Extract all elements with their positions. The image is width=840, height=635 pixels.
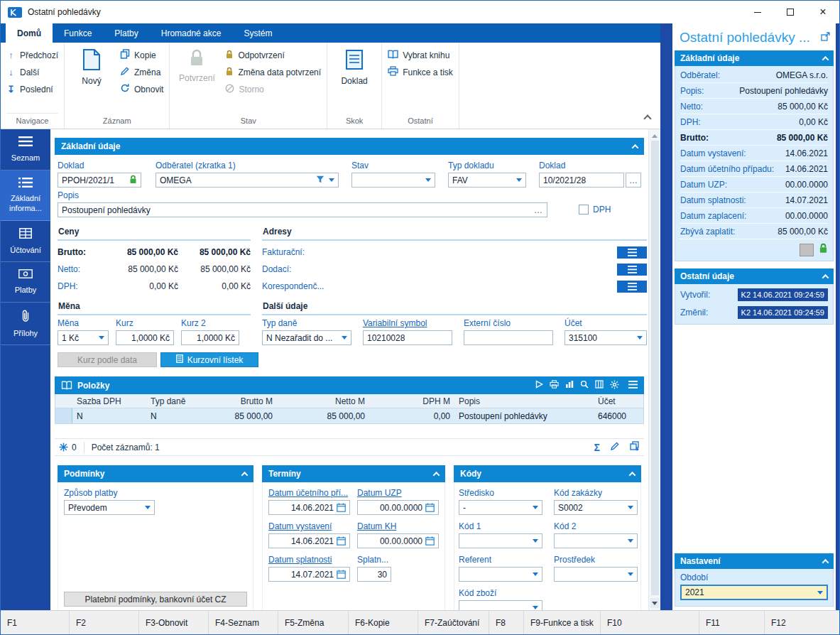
ribbon-collapse-icon[interactable] <box>643 114 651 122</box>
fkey-f10[interactable]: F10 <box>601 611 699 634</box>
sidebar-item-seznam[interactable]: Seznam <box>1 129 50 170</box>
collapse-icon[interactable] <box>241 471 249 478</box>
scroll-up-icon[interactable] <box>652 131 658 138</box>
zpusob-platby-input[interactable]: Převodem <box>64 500 155 515</box>
dropdown-icon[interactable] <box>628 506 633 512</box>
document-jump-button[interactable]: Doklad <box>333 47 376 86</box>
kod1-input[interactable] <box>459 533 542 548</box>
collapse-icon[interactable] <box>629 471 636 478</box>
fkey-f5[interactable]: F5-Změna <box>278 611 349 634</box>
sum-icon[interactable]: Σ <box>594 442 600 453</box>
platebni-podminky-button[interactable]: Platební podmínky, bankovní účet CZ <box>64 592 247 607</box>
fkey-f8[interactable]: F8 <box>489 611 524 634</box>
confirm-button[interactable]: Potvrzení <box>175 47 218 83</box>
calendar-icon[interactable] <box>337 570 346 579</box>
dph-checkbox[interactable] <box>579 205 589 215</box>
datum-vystaveni-input[interactable]: 14.06.2021 <box>268 533 350 548</box>
doklad-input[interactable]: PPOH/2021/1 <box>58 173 141 188</box>
dropdown-icon[interactable] <box>637 336 643 342</box>
dropdown-icon[interactable] <box>99 336 104 342</box>
mena-input[interactable]: 1 Kč <box>58 330 109 345</box>
gear-icon[interactable] <box>610 380 619 391</box>
table-row[interactable]: N N 85 000,00 85 000,00 0,00 Postoupení … <box>55 408 644 424</box>
column-header[interactable]: Účet <box>594 396 643 406</box>
refresh-button[interactable]: Obnovit <box>120 82 163 96</box>
kod-zbozi-input[interactable] <box>459 600 542 610</box>
fkey-f3[interactable]: F3-Obnovit <box>139 611 209 634</box>
chart-icon[interactable] <box>565 380 574 391</box>
print-icon[interactable] <box>550 380 559 391</box>
address-menu-button[interactable] <box>617 246 647 259</box>
search-icon[interactable] <box>580 380 589 391</box>
run-icon[interactable] <box>535 380 543 391</box>
tab-hromadne-akce[interactable]: Hromadné akce <box>150 23 233 43</box>
sidebar-item-prilohy[interactable]: Přílohy <box>1 303 50 346</box>
maximize-button[interactable] <box>774 1 807 23</box>
copy-add-icon[interactable] <box>630 441 640 453</box>
calendar-icon[interactable] <box>425 536 435 546</box>
externi-cislo-input[interactable] <box>464 330 553 345</box>
datum-kh-input[interactable]: 00.00.0000 <box>357 533 439 548</box>
fkey-f9[interactable]: F9-Funkce a tisk <box>524 611 601 634</box>
variabilni-symbol-input[interactable]: 10210028 <box>363 330 452 345</box>
column-header[interactable]: Sazba DPH <box>72 396 146 406</box>
dropdown-icon[interactable] <box>516 178 522 185</box>
column-header[interactable]: Brutto M <box>206 396 277 406</box>
filter-icon[interactable] <box>316 175 324 185</box>
doklad2-input[interactable]: 10/2021/28 <box>539 173 624 188</box>
tab-domu[interactable]: Domů <box>6 23 53 43</box>
change-button[interactable]: Změna <box>120 65 163 79</box>
address-menu-button[interactable] <box>617 264 647 276</box>
collapse-icon[interactable] <box>822 273 829 281</box>
fkey-f4[interactable]: F4-Seznam <box>209 611 278 634</box>
unconfirm-button[interactable]: Odpotvrzení <box>225 48 321 62</box>
dropdown-icon[interactable] <box>628 572 633 579</box>
collapse-icon[interactable] <box>822 558 829 565</box>
row-selector[interactable] <box>55 408 72 423</box>
dropdown-icon[interactable] <box>329 178 334 185</box>
calendar-icon[interactable] <box>425 503 435 512</box>
dropdown-icon[interactable] <box>145 506 151 512</box>
doklad2-browse-button[interactable]: … <box>626 173 641 188</box>
dropdown-icon[interactable] <box>425 178 431 185</box>
dropdown-icon[interactable] <box>342 336 347 342</box>
sidebar-item-uctovani[interactable]: Účtování <box>1 221 50 263</box>
collapse-icon[interactable] <box>632 143 639 151</box>
kurz2-input[interactable]: 1,0000 Kč <box>181 330 239 345</box>
popis-input[interactable]: Postoupení pohledávky … <box>58 202 547 217</box>
sidebar-item-platby[interactable]: Platby <box>1 262 50 303</box>
stav-input[interactable] <box>351 173 435 188</box>
close-button[interactable]: × <box>807 1 839 23</box>
kod2-input[interactable] <box>554 533 638 548</box>
expand-icon[interactable] <box>821 31 830 44</box>
fkey-f2[interactable]: F2 <box>70 611 139 634</box>
previous-button[interactable]: ↑ Předchozí <box>6 48 58 62</box>
kurzovni-listek-button[interactable]: Kurzovní lístek <box>160 352 258 367</box>
collapse-icon[interactable] <box>433 471 440 478</box>
next-button[interactable]: ↓ Další <box>6 65 58 79</box>
splatnost-input[interactable]: 30 <box>357 567 391 582</box>
collapse-icon[interactable] <box>822 55 829 63</box>
sidebar-item-zakladni-informace[interactable]: Základní informa... <box>1 170 50 221</box>
functions-print-button[interactable]: Funkce a tisk <box>388 65 453 79</box>
column-header[interactable]: DPH M <box>369 396 454 406</box>
select-book-button[interactable]: Vybrat knihu <box>388 48 453 62</box>
typ-dokladu-input[interactable]: FAV <box>448 173 526 188</box>
kurz-podle-data-button[interactable]: Kurz podle data <box>58 352 157 367</box>
tab-funkce[interactable]: Funkce <box>53 23 103 43</box>
datum-uzp-input[interactable]: 00.00.0000 <box>357 500 439 515</box>
kurz-input[interactable]: 1,0000 Kč <box>116 330 174 345</box>
scrollbar-thumb[interactable] <box>651 141 659 595</box>
new-button[interactable]: Nový <box>70 47 113 86</box>
edit-icon[interactable] <box>610 441 620 453</box>
ucet-input[interactable]: 315100 <box>564 330 647 345</box>
scroll-down-icon[interactable] <box>650 598 660 608</box>
minimize-button[interactable] <box>741 1 774 23</box>
fkey-f6[interactable]: F6-Kopie <box>349 611 418 634</box>
columns-icon[interactable] <box>595 380 604 391</box>
calendar-icon[interactable] <box>337 503 346 512</box>
fkey-f1[interactable]: F1 <box>1 611 70 634</box>
column-header[interactable]: Popis <box>454 396 594 406</box>
change-confirm-date-button[interactable]: Změna data potvrzení <box>225 65 321 79</box>
copy-button[interactable]: Kopie <box>120 48 163 62</box>
